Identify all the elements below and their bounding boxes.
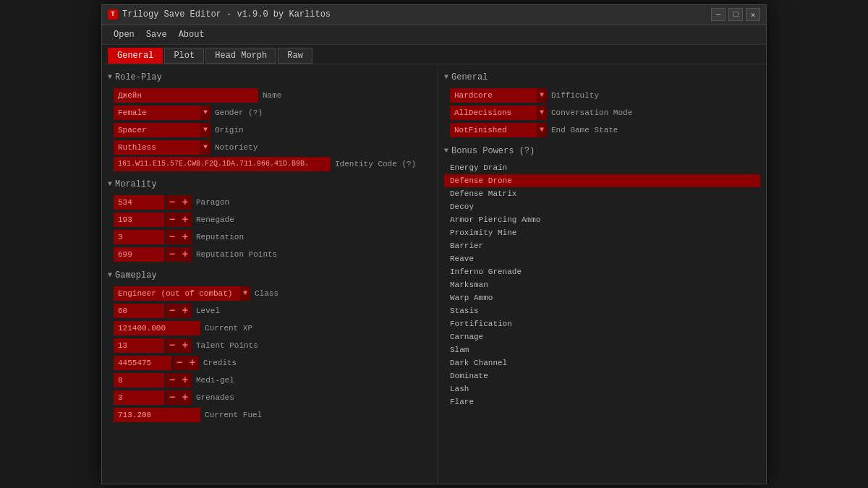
- tab-head-morph[interactable]: Head Morph: [205, 48, 276, 64]
- bonus-power-item[interactable]: Decoy: [444, 200, 760, 213]
- credits-label: Credits: [203, 359, 237, 367]
- reputation-value[interactable]: 3: [114, 230, 164, 244]
- bonus-powers-triangle[interactable]: ▼: [444, 147, 448, 155]
- paragon-minus[interactable]: −: [166, 195, 179, 210]
- grenades-minus[interactable]: −: [166, 390, 179, 405]
- bonus-power-item[interactable]: Defense Matrix: [444, 187, 760, 200]
- identity-value[interactable]: 161.W11.E15.57E.CWB.F2Q.1DA.711.966.41D.…: [114, 157, 331, 171]
- credits-minus[interactable]: −: [173, 356, 186, 370]
- paragon-value[interactable]: 534: [114, 195, 164, 210]
- bonus-power-item[interactable]: Dark Channel: [444, 356, 760, 369]
- identity-label: Identity Code (?): [335, 160, 416, 168]
- bonus-power-item[interactable]: Flare: [444, 395, 760, 408]
- endgame-row: NotFinished ▼ End Game State: [450, 122, 760, 138]
- grenades-value[interactable]: 3: [114, 390, 164, 405]
- level-value[interactable]: 60: [114, 304, 164, 318]
- bonus-power-item[interactable]: Fortification: [444, 317, 760, 330]
- conversation-value[interactable]: AllDecisions: [450, 106, 537, 120]
- paragon-label: Paragon: [196, 198, 229, 207]
- renegade-minus[interactable]: −: [166, 213, 179, 227]
- tab-general[interactable]: General: [108, 48, 163, 64]
- bonus-power-item[interactable]: Proximity Mine: [444, 226, 760, 239]
- bonus-powers-header: ▼ Bonus Powers (?): [444, 144, 760, 158]
- morality-content: 534 − + Paragon 193 − + Renegade 3 − +: [108, 194, 432, 262]
- medigel-plus[interactable]: +: [179, 373, 192, 388]
- gameplay-triangle[interactable]: ▼: [108, 271, 112, 279]
- window-title: Trilogy Save Editor - v1.9.0 by Karlitos: [122, 9, 331, 20]
- medigel-value[interactable]: 8: [114, 373, 164, 388]
- bonus-power-item[interactable]: Dominate: [444, 369, 760, 382]
- roleplay-content: Джейн Name Female ▼ Gender (?) Spacer ▼ …: [108, 87, 432, 171]
- gender-label: Gender (?): [215, 108, 263, 117]
- difficulty-value[interactable]: Hardcore: [450, 88, 537, 103]
- conversation-dropdown[interactable]: ▼: [537, 106, 547, 120]
- tab-raw[interactable]: Raw: [278, 48, 312, 64]
- gameplay-title: Gameplay: [115, 270, 157, 281]
- talent-value[interactable]: 13: [114, 338, 164, 353]
- bonus-powers-list: Energy DrainDefense DroneDefense MatrixD…: [444, 161, 760, 408]
- origin-value[interactable]: Spacer: [114, 123, 200, 137]
- bonus-power-item[interactable]: Stasis: [444, 304, 760, 317]
- class-label: Class: [255, 289, 278, 298]
- class-row: Engineer (out of combat) ▼ Class: [114, 286, 432, 301]
- minimize-button[interactable]: —: [711, 8, 726, 21]
- notoriety-row: Ruthless ▼ Notoriety: [114, 140, 432, 155]
- rep-points-plus[interactable]: +: [179, 247, 192, 262]
- bonus-power-item[interactable]: Marksman: [444, 278, 760, 291]
- roleplay-triangle[interactable]: ▼: [108, 73, 112, 81]
- bonus-power-item[interactable]: Warp Ammo: [444, 291, 760, 304]
- menu-about[interactable]: About: [173, 28, 210, 41]
- main-window: T Trilogy Save Editor - v1.9.0 by Karlit…: [101, 4, 767, 484]
- right-general-section: ▼ General Hardcore ▼ Difficulty AllDecis…: [444, 70, 760, 138]
- rep-points-label: Reputation Points: [196, 250, 277, 259]
- morality-triangle[interactable]: ▼: [108, 180, 112, 188]
- notoriety-dropdown[interactable]: ▼: [200, 140, 210, 155]
- medigel-minus[interactable]: −: [166, 373, 179, 388]
- bonus-power-item[interactable]: Inferno Grenade: [444, 265, 760, 278]
- level-minus[interactable]: −: [166, 304, 179, 318]
- menu-save[interactable]: Save: [140, 28, 173, 41]
- class-dropdown[interactable]: ▼: [240, 286, 250, 301]
- reputation-plus[interactable]: +: [179, 230, 192, 244]
- endgame-dropdown[interactable]: ▼: [537, 123, 547, 137]
- bonus-power-item[interactable]: Defense Drone: [444, 174, 760, 187]
- bonus-power-item[interactable]: Energy Drain: [444, 161, 760, 174]
- name-value[interactable]: Джейн: [114, 88, 258, 103]
- gender-dropdown[interactable]: ▼: [200, 106, 210, 120]
- menu-open[interactable]: Open: [108, 28, 140, 41]
- bonus-power-item[interactable]: Barrier: [444, 239, 760, 252]
- talent-plus[interactable]: +: [179, 338, 192, 353]
- bonus-power-item[interactable]: Carnage: [444, 330, 760, 343]
- renegade-value[interactable]: 193: [114, 213, 164, 227]
- bonus-power-item[interactable]: Reave: [444, 252, 760, 265]
- close-button[interactable]: ✕: [746, 8, 760, 21]
- roleplay-title: Role-Play: [115, 72, 162, 82]
- class-value[interactable]: Engineer (out of combat): [114, 286, 240, 301]
- bonus-power-item[interactable]: Armor Piercing Ammo: [444, 213, 760, 226]
- renegade-plus[interactable]: +: [179, 213, 192, 227]
- gender-value[interactable]: Female: [114, 106, 200, 120]
- reputation-minus[interactable]: −: [166, 230, 179, 244]
- bonus-power-item[interactable]: Slam: [444, 343, 760, 356]
- grenades-plus[interactable]: +: [179, 390, 192, 405]
- bonus-power-item[interactable]: Lash: [444, 382, 760, 395]
- right-general-triangle[interactable]: ▼: [444, 73, 448, 81]
- tab-plot[interactable]: Plot: [164, 48, 204, 64]
- maximize-button[interactable]: □: [728, 8, 743, 21]
- credits-value[interactable]: 4455475: [114, 356, 171, 370]
- origin-dropdown[interactable]: ▼: [200, 123, 210, 137]
- fuel-value[interactable]: 713.208: [114, 408, 200, 422]
- endgame-value[interactable]: NotFinished: [450, 123, 537, 137]
- rep-points-minus[interactable]: −: [166, 247, 179, 262]
- credits-plus[interactable]: +: [186, 356, 199, 370]
- xp-value[interactable]: 121400.000: [114, 321, 200, 335]
- paragon-plus[interactable]: +: [179, 195, 192, 210]
- gender-row: Female ▼ Gender (?): [114, 105, 432, 121]
- name-row: Джейн Name: [114, 87, 432, 103]
- talent-minus[interactable]: −: [166, 338, 179, 353]
- difficulty-dropdown[interactable]: ▼: [537, 88, 547, 103]
- notoriety-value[interactable]: Ruthless: [114, 140, 200, 155]
- gameplay-header: ▼ Gameplay: [108, 268, 432, 283]
- rep-points-value[interactable]: 699: [114, 247, 164, 262]
- level-plus[interactable]: +: [179, 304, 192, 318]
